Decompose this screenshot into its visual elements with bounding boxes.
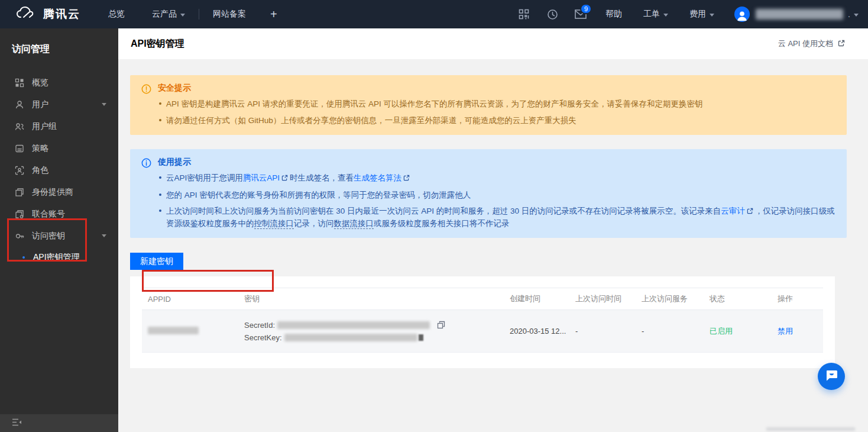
security-alert-text: API 密钥是构建腾讯云 API 请求的重要凭证，使用腾讯云 API 可以操作您… bbox=[166, 98, 703, 110]
page-header: API密钥管理 云 API 使用文档 bbox=[118, 28, 868, 59]
copy-icon[interactable] bbox=[437, 321, 445, 329]
sidebar-subitem-api-key-management[interactable]: API密钥管理 bbox=[0, 247, 118, 268]
sidebar-item-users[interactable]: 用户 bbox=[0, 94, 118, 115]
tip-text: 云API密钥用于您调用 bbox=[166, 173, 243, 182]
topnav-beian-label: 网站备案 bbox=[213, 9, 246, 20]
ticket-label: 工单 bbox=[643, 9, 660, 20]
secret-key-line: SecretKey: bbox=[244, 331, 504, 344]
topnav-beian[interactable]: 网站备案 bbox=[199, 0, 260, 28]
col-header-secret: 密钥 bbox=[238, 294, 504, 304]
usage-tips-bullet: 您的 API 密钥代表您的账号身份和所拥有的权限，等同于您的登录密码，切勿泄露他… bbox=[158, 189, 837, 201]
topbar: 腾讯云 总览 云产品 网站备案 + bbox=[0, 0, 868, 28]
chat-bubble-icon bbox=[825, 370, 838, 383]
cloud-audit-link[interactable]: 云审计 bbox=[721, 207, 745, 215]
col-header-actions: 操作 bbox=[772, 294, 823, 304]
external-link-icon bbox=[747, 206, 753, 218]
sidebar-footer bbox=[0, 414, 118, 432]
layers-gear-icon bbox=[15, 209, 24, 219]
tip-text: 时生成签名，查看 bbox=[290, 173, 354, 182]
messages-mail-icon[interactable]: 9 bbox=[566, 0, 595, 28]
bullet-dot bbox=[159, 119, 161, 121]
plus-icon: + bbox=[270, 8, 277, 21]
security-alert-title: 安全提示 bbox=[158, 83, 837, 94]
security-alert-bullet: 请勿通过任何方式（如 GitHub）上传或者分享您的密钥信息，一旦泄露至外部渠道… bbox=[158, 115, 837, 127]
sidebar-item-roles[interactable]: 角色 bbox=[0, 159, 118, 181]
help-link[interactable]: 帮助 bbox=[595, 0, 633, 28]
cell-status: 已启用 bbox=[704, 326, 772, 337]
sidebar-item-federated-accounts[interactable]: 联合账号 bbox=[0, 203, 118, 225]
usage-tips-bullet: 云API密钥用于您调用腾讯云API时生成签名，查看生成签名算法 bbox=[158, 172, 837, 185]
bullet-dot bbox=[159, 209, 161, 212]
data-flow-api-term[interactable]: 数据流接口 bbox=[334, 219, 374, 229]
user-icon bbox=[15, 100, 24, 109]
tencent-cloud-logo-icon bbox=[16, 6, 37, 23]
billing-menu[interactable]: 费用 bbox=[679, 0, 725, 28]
security-alert-bullet: API 密钥是构建腾讯云 API 请求的重要凭证，使用腾讯云 API 可以操作您… bbox=[158, 98, 837, 110]
create-key-button[interactable]: 新建密钥 bbox=[130, 253, 183, 270]
policy-document-icon bbox=[15, 144, 24, 153]
layers-icon bbox=[15, 188, 24, 197]
chevron-down-icon bbox=[180, 14, 185, 17]
sidebar-item-identity-providers[interactable]: 身份提供商 bbox=[0, 181, 118, 203]
sidebar-item-label: 联合账号 bbox=[32, 209, 65, 220]
sidebar-item-access-keys[interactable]: 访问密钥 bbox=[0, 225, 118, 247]
sidebar-item-user-groups[interactable]: 用户组 bbox=[0, 115, 118, 137]
grid-icon bbox=[15, 78, 24, 88]
qr-code-icon[interactable] bbox=[510, 0, 538, 28]
signature-algorithm-link[interactable]: 生成签名算法 bbox=[354, 173, 401, 182]
cell-last-access-time: - bbox=[569, 327, 636, 336]
ticket-menu[interactable]: 工单 bbox=[633, 0, 679, 28]
appid-redacted bbox=[148, 327, 199, 334]
topnav-overview[interactable]: 总览 bbox=[95, 0, 138, 28]
control-flow-api-term[interactable]: 控制流接口 bbox=[254, 219, 294, 229]
table-row: SecretId: SecretKey: bbox=[142, 310, 823, 353]
sidebar-item-label: 用户组 bbox=[32, 121, 57, 132]
warning-circle-icon bbox=[141, 84, 151, 126]
brand[interactable]: 腾讯云 bbox=[0, 6, 95, 23]
cloud-api-doc-link[interactable]: 云 API 使用文档 bbox=[778, 38, 847, 49]
tencent-cloud-api-link[interactable]: 腾讯云API bbox=[243, 173, 280, 182]
users-icon bbox=[15, 122, 24, 131]
sidebar: 访问管理 概览 bbox=[0, 28, 118, 432]
user-suffix: . bbox=[848, 9, 850, 19]
secret-key-redacted bbox=[284, 334, 417, 341]
mail-badge: 9 bbox=[580, 4, 592, 14]
cell-last-access-service: - bbox=[636, 327, 704, 336]
usage-tips-bullet: 上次访问时间和上次访问服务为当前访问密钥在 30 日内最近一次访问云 API 的… bbox=[158, 205, 837, 229]
secret-id-label: SecretId: bbox=[244, 321, 275, 330]
sidebar-item-policies[interactable]: 策略 bbox=[0, 137, 118, 159]
add-tab-button[interactable]: + bbox=[260, 0, 288, 28]
tip-text: 或服务级粒度服务相关接口将不作记录 bbox=[374, 219, 510, 228]
col-header-appid: APPID bbox=[142, 295, 238, 304]
topnav-products[interactable]: 云产品 bbox=[138, 0, 199, 28]
history-clock-icon[interactable] bbox=[538, 0, 566, 28]
security-alert-text: 请勿通过任何方式（如 GitHub）上传或者分享您的密钥信息，一旦泄露至外部渠道… bbox=[166, 115, 576, 127]
chevron-down-icon bbox=[710, 14, 714, 17]
table-header-row: APPID 密钥 创建时间 上次访问时间 上次访问服务 状态 操作 bbox=[142, 288, 823, 310]
collapse-sidebar-icon[interactable] bbox=[12, 418, 22, 428]
bullet-dot bbox=[159, 176, 161, 179]
sidebar-item-overview[interactable]: 概览 bbox=[0, 72, 118, 94]
sidebar-item-label: 身份提供商 bbox=[32, 187, 73, 198]
col-header-created: 创建时间 bbox=[504, 294, 569, 304]
bullet-dot bbox=[159, 194, 161, 196]
secret-key-label: SecretKey: bbox=[244, 333, 282, 342]
cell-actions: 禁用 bbox=[772, 326, 823, 337]
status-badge: 已启用 bbox=[710, 327, 733, 336]
disable-key-link[interactable]: 禁用 bbox=[778, 327, 793, 336]
brand-label: 腾讯云 bbox=[43, 7, 80, 22]
user-avatar[interactable] bbox=[734, 7, 750, 22]
key-table-panel: APPID 密钥 创建时间 上次访问时间 上次访问服务 状态 操作 Secret… bbox=[130, 276, 835, 368]
show-key-icon[interactable] bbox=[419, 334, 423, 341]
username-redacted[interactable] bbox=[756, 9, 843, 20]
sidebar-menu: 概览 用户 bbox=[0, 72, 118, 268]
content: 安全提示 API 密钥是构建腾讯云 API 请求的重要凭证，使用腾讯云 API … bbox=[118, 59, 868, 368]
user-chevron-down-icon[interactable] bbox=[854, 14, 859, 17]
help-label: 帮助 bbox=[605, 9, 622, 20]
sidebar-item-label: 用户 bbox=[32, 99, 48, 110]
secret-id-line: SecretId: bbox=[244, 319, 504, 331]
col-header-last-access-service: 上次访问服务 bbox=[636, 294, 704, 304]
sidebar-item-label: 角色 bbox=[32, 165, 48, 176]
key-icon bbox=[15, 231, 24, 241]
chat-support-button[interactable] bbox=[818, 363, 845, 390]
